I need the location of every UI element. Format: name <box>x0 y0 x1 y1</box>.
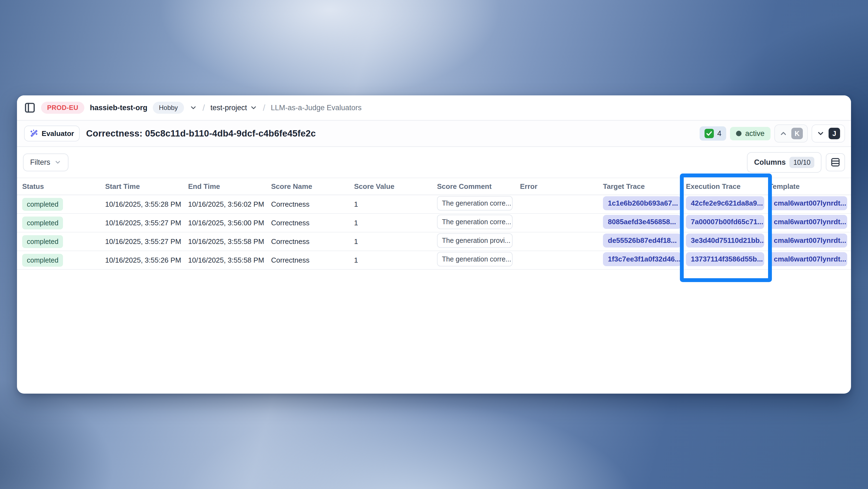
breadcrumb-page: LLM-as-a-Judge Evaluators <box>271 104 362 112</box>
table-row[interactable]: completed 10/16/2025, 3:55:28 PM 10/16/2… <box>17 195 851 214</box>
column-header-score-comment[interactable]: Score Comment <box>437 182 520 191</box>
table-toolbar: Filters Columns 10/10 <box>17 147 851 178</box>
start-time-cell: 10/16/2025, 3:55:26 PM <box>105 256 188 264</box>
score-name-cell: Correctness <box>271 200 354 209</box>
table-row[interactable]: completed 10/16/2025, 3:55:26 PM 10/16/2… <box>17 251 851 270</box>
plan-badge: Hobby <box>153 102 184 114</box>
wand-sparkles-icon <box>30 129 38 138</box>
breadcrumb-separator: / <box>203 103 205 113</box>
evaluator-header: Evaluator Correctness: 05c8c11d-b110-4db… <box>17 121 851 147</box>
execution-trace-link[interactable]: 42cfe2e9c621da8a9... <box>686 196 764 210</box>
status-badge: completed <box>22 235 63 248</box>
template-link[interactable]: cmal6wart007lynrdt... <box>769 196 847 210</box>
execution-trace-link[interactable]: 3e3d40d75110d21bb... <box>686 233 764 248</box>
end-time-cell: 10/16/2025, 3:55:58 PM <box>188 237 271 246</box>
app-window: PROD-EU hassieb-test-org Hobby / test-pr… <box>17 95 851 394</box>
end-time-cell: 10/16/2025, 3:56:02 PM <box>188 200 271 209</box>
breadcrumb-org[interactable]: hassieb-test-org <box>90 104 147 112</box>
chevron-down-icon <box>54 159 61 166</box>
results-table: Status Start Time End Time Score Name Sc… <box>17 178 851 270</box>
status-badge: completed <box>22 254 63 267</box>
table-body: completed 10/16/2025, 3:55:28 PM 10/16/2… <box>17 195 851 270</box>
check-mark-icon <box>705 129 714 138</box>
filters-button[interactable]: Filters <box>23 153 68 171</box>
evaluator-type-label: Evaluator <box>42 130 74 138</box>
score-name-cell: Correctness <box>271 219 354 227</box>
row-height-button[interactable] <box>826 153 845 171</box>
next-row-button[interactable]: J <box>812 124 845 143</box>
status-dot-icon <box>736 131 742 136</box>
score-comment-chip[interactable]: The generation corre... <box>437 214 513 229</box>
start-time-cell: 10/16/2025, 3:55:28 PM <box>105 200 188 209</box>
panel-left-icon <box>24 102 36 113</box>
columns-count-badge: 10/10 <box>789 157 814 168</box>
evaluator-type-badge: Evaluator <box>24 125 80 141</box>
previous-row-button[interactable]: K <box>774 124 808 143</box>
org-switcher-button[interactable] <box>189 104 197 112</box>
column-header-end-time[interactable]: End Time <box>188 182 271 191</box>
score-name-cell: Correctness <box>271 237 354 246</box>
column-header-template[interactable]: Template <box>769 182 851 191</box>
score-value-cell: 1 <box>354 237 437 246</box>
column-header-start-time[interactable]: Start Time <box>105 182 188 191</box>
column-header-error[interactable]: Error <box>520 182 603 191</box>
score-value-cell: 1 <box>354 200 437 209</box>
column-header-target-trace[interactable]: Target Trace <box>603 182 686 191</box>
rows-icon <box>831 157 840 167</box>
chevron-down-icon <box>816 130 825 138</box>
breadcrumb-project: test-project <box>210 104 247 112</box>
start-time-cell: 10/16/2025, 3:55:27 PM <box>105 237 188 246</box>
column-header-score-name[interactable]: Score Name <box>271 182 354 191</box>
score-comment-chip[interactable]: The generation corre... <box>437 196 513 210</box>
target-trace-link[interactable]: 8085aefd3e456858... <box>603 215 681 229</box>
status-badge: completed <box>22 217 63 229</box>
breadcrumb-separator: / <box>263 103 265 113</box>
template-link[interactable]: cmal6wart007lynrdt... <box>769 252 847 266</box>
environment-badge: PROD-EU <box>41 102 84 114</box>
page-title: Correctness: 05c8c11d-b110-4db4-9dcf-c4b… <box>86 128 316 139</box>
columns-button[interactable]: Columns 10/10 <box>747 152 822 173</box>
table-header-row: Status Start Time End Time Score Name Sc… <box>17 178 851 195</box>
breadcrumb: PROD-EU hassieb-test-org Hobby / test-pr… <box>17 95 851 121</box>
template-link[interactable]: cmal6wart007lynrdt... <box>769 233 847 248</box>
sidebar-toggle-button[interactable] <box>24 102 36 113</box>
score-value-cell: 1 <box>354 219 437 227</box>
shortcut-key-j: J <box>829 128 840 139</box>
chevron-down-icon <box>250 104 257 112</box>
score-comment-chip[interactable]: The generation provi... <box>437 233 513 248</box>
score-name-cell: Correctness <box>271 256 354 264</box>
end-time-cell: 10/16/2025, 3:55:58 PM <box>188 256 271 264</box>
target-trace-link[interactable]: 1f3c7ee3f1a0f32d46... <box>603 252 681 266</box>
success-count-badge: 4 <box>700 126 726 141</box>
score-value-cell: 1 <box>354 256 437 264</box>
toolbar-right: Columns 10/10 <box>747 152 845 173</box>
end-time-cell: 10/16/2025, 3:56:00 PM <box>188 219 271 227</box>
chevron-up-icon <box>779 130 787 138</box>
score-comment-chip[interactable]: The generation corre... <box>437 252 513 266</box>
column-header-execution-trace[interactable]: Execution Trace <box>686 182 769 191</box>
status-badge: active <box>730 127 771 140</box>
execution-trace-link[interactable]: 7a00007b00fd65c71... <box>686 215 764 229</box>
success-count: 4 <box>717 130 721 138</box>
target-trace-link[interactable]: de55526b87ed4f18... <box>603 233 681 248</box>
table-row[interactable]: completed 10/16/2025, 3:55:27 PM 10/16/2… <box>17 214 851 232</box>
column-header-status[interactable]: Status <box>22 182 105 191</box>
table-row[interactable]: completed 10/16/2025, 3:55:27 PM 10/16/2… <box>17 232 851 251</box>
status-badge: completed <box>22 198 63 211</box>
project-switcher-button[interactable]: test-project <box>210 104 257 112</box>
columns-label: Columns <box>754 158 786 167</box>
shortcut-key-k: K <box>791 128 803 139</box>
chevron-down-icon <box>189 104 197 112</box>
filters-label: Filters <box>30 158 51 167</box>
start-time-cell: 10/16/2025, 3:55:27 PM <box>105 219 188 227</box>
execution-trace-link[interactable]: 13737114f3586d55b... <box>686 252 764 266</box>
column-header-score-value[interactable]: Score Value <box>354 182 437 191</box>
status-label: active <box>745 130 765 138</box>
target-trace-link[interactable]: 1c1e6b260b693a67... <box>603 196 681 210</box>
template-link[interactable]: cmal6wart007lynrdt... <box>769 215 847 229</box>
header-actions: 4 active K J <box>700 124 845 143</box>
